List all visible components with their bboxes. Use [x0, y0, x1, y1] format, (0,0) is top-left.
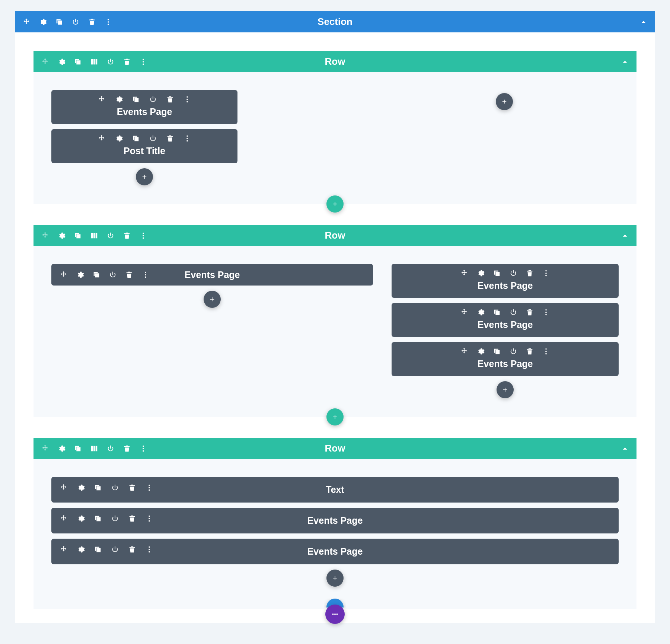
move-icon[interactable] — [60, 514, 68, 523]
power-icon[interactable] — [111, 514, 119, 523]
columns-icon[interactable] — [90, 444, 98, 453]
add-module-button[interactable] — [326, 570, 344, 587]
duplicate-icon[interactable] — [94, 484, 102, 492]
module[interactable]: Events Page — [51, 539, 619, 564]
trash-icon[interactable] — [88, 18, 96, 26]
gear-icon[interactable] — [476, 269, 485, 277]
gear-icon[interactable] — [57, 444, 66, 453]
duplicate-icon[interactable] — [92, 271, 100, 279]
add-row-button[interactable] — [326, 195, 344, 213]
more-icon[interactable] — [145, 484, 153, 492]
gear-icon[interactable] — [57, 58, 66, 66]
module[interactable]: Events Page — [51, 90, 237, 124]
duplicate-icon[interactable] — [493, 269, 501, 277]
trash-icon[interactable] — [123, 58, 131, 66]
power-icon[interactable] — [111, 484, 119, 492]
trash-icon[interactable] — [128, 484, 136, 492]
trash-icon[interactable] — [166, 134, 174, 143]
more-icon[interactable] — [141, 271, 150, 279]
move-icon[interactable] — [41, 444, 49, 453]
module[interactable]: Events Page — [51, 508, 619, 533]
more-icon[interactable] — [139, 444, 147, 453]
trash-icon[interactable] — [125, 271, 133, 279]
move-icon[interactable] — [60, 484, 68, 492]
power-icon[interactable] — [71, 18, 80, 26]
duplicate-icon[interactable] — [132, 134, 140, 143]
power-icon[interactable] — [509, 269, 517, 277]
columns-icon[interactable] — [90, 58, 98, 66]
more-icon[interactable] — [139, 232, 147, 240]
power-icon[interactable] — [111, 545, 119, 554]
duplicate-icon[interactable] — [94, 514, 102, 523]
module[interactable]: Events Page — [392, 303, 619, 337]
power-icon[interactable] — [106, 232, 115, 240]
duplicate-icon[interactable] — [132, 95, 140, 103]
move-icon[interactable] — [60, 271, 68, 279]
more-icon[interactable] — [542, 269, 550, 277]
power-icon[interactable] — [106, 58, 115, 66]
duplicate-icon[interactable] — [74, 444, 82, 453]
more-icon[interactable] — [145, 545, 153, 554]
collapse-icon[interactable] — [621, 58, 629, 66]
more-icon[interactable] — [183, 95, 191, 103]
module[interactable]: Events Page — [392, 342, 619, 376]
duplicate-icon[interactable] — [55, 18, 63, 26]
power-icon[interactable] — [509, 308, 517, 316]
duplicate-icon[interactable] — [493, 347, 501, 356]
power-icon[interactable] — [149, 95, 157, 103]
add-row-button[interactable] — [326, 408, 344, 425]
trash-icon[interactable] — [123, 444, 131, 453]
power-icon[interactable] — [149, 134, 157, 143]
more-icon[interactable] — [139, 58, 147, 66]
gear-icon[interactable] — [76, 271, 84, 279]
move-icon[interactable] — [460, 269, 468, 277]
module[interactable]: Events Page — [51, 264, 373, 286]
more-icon[interactable] — [104, 18, 112, 26]
add-module-button[interactable] — [496, 93, 513, 110]
move-icon[interactable] — [98, 134, 106, 143]
move-icon[interactable] — [22, 18, 31, 26]
move-icon[interactable] — [460, 308, 468, 316]
gear-icon[interactable] — [39, 18, 47, 26]
more-icon[interactable] — [542, 347, 550, 356]
trash-icon[interactable] — [526, 269, 534, 277]
more-icon[interactable] — [542, 308, 550, 316]
page-settings-button[interactable] — [325, 605, 345, 624]
trash-icon[interactable] — [123, 232, 131, 240]
add-module-button[interactable] — [497, 381, 514, 398]
gear-icon[interactable] — [57, 232, 66, 240]
power-icon[interactable] — [106, 444, 115, 453]
power-icon[interactable] — [109, 271, 117, 279]
collapse-icon[interactable] — [639, 18, 648, 26]
collapse-icon[interactable] — [621, 232, 629, 240]
duplicate-icon[interactable] — [74, 58, 82, 66]
more-icon[interactable] — [145, 514, 153, 523]
trash-icon[interactable] — [526, 308, 534, 316]
move-icon[interactable] — [60, 545, 68, 554]
move-icon[interactable] — [98, 95, 106, 103]
move-icon[interactable] — [41, 232, 49, 240]
move-icon[interactable] — [460, 347, 468, 356]
columns-icon[interactable] — [90, 232, 98, 240]
trash-icon[interactable] — [526, 347, 534, 356]
collapse-icon[interactable] — [621, 444, 629, 453]
add-module-button[interactable] — [136, 168, 153, 185]
module[interactable]: Post Title — [51, 129, 237, 163]
gear-icon[interactable] — [476, 347, 485, 356]
gear-icon[interactable] — [115, 95, 123, 103]
duplicate-icon[interactable] — [493, 308, 501, 316]
gear-icon[interactable] — [77, 545, 85, 554]
trash-icon[interactable] — [128, 545, 136, 554]
module[interactable]: Text — [51, 477, 619, 503]
module[interactable]: Events Page — [392, 264, 619, 298]
add-module-button[interactable] — [204, 291, 221, 308]
duplicate-icon[interactable] — [74, 232, 82, 240]
power-icon[interactable] — [509, 347, 517, 356]
trash-icon[interactable] — [128, 514, 136, 523]
duplicate-icon[interactable] — [94, 545, 102, 554]
gear-icon[interactable] — [115, 134, 123, 143]
more-icon[interactable] — [183, 134, 191, 143]
gear-icon[interactable] — [77, 514, 85, 523]
trash-icon[interactable] — [166, 95, 174, 103]
gear-icon[interactable] — [77, 484, 85, 492]
